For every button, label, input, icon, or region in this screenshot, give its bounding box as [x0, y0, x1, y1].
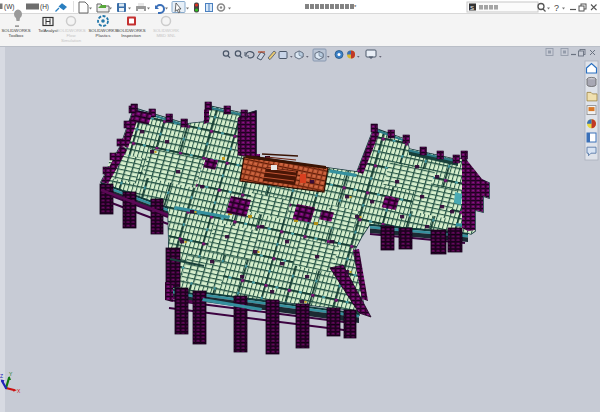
svg-text:Plastics: Plastics [96, 33, 111, 38]
svg-text:Inspection: Inspection [121, 33, 141, 38]
svg-text:MBD SNL: MBD SNL [156, 33, 176, 38]
svg-text:(W): (W) [4, 3, 14, 11]
svg-text:Flow: Flow [66, 33, 76, 38]
svg-text:Simulation: Simulation [61, 38, 82, 43]
svg-text:Z: Z [0, 373, 3, 379]
svg-text:SOLIDWORKS: SOLIDWORKS [1, 28, 30, 33]
svg-text:SOLIDWORKS: SOLIDWORKS [116, 28, 145, 33]
svg-text:?: ? [554, 3, 559, 13]
svg-text:(H): (H) [40, 3, 49, 11]
svg-text:SOLIDWORKS: SOLIDWORKS [88, 28, 117, 33]
svg-text:Toolbox: Toolbox [9, 33, 25, 38]
svg-text:TolAnalyst: TolAnalyst [38, 28, 58, 33]
svg-text:SOLIDWORK: SOLIDWORK [153, 28, 179, 33]
svg-text:S: S [470, 5, 474, 11]
svg-text:SOLIDWORKS: SOLIDWORKS [56, 28, 85, 33]
